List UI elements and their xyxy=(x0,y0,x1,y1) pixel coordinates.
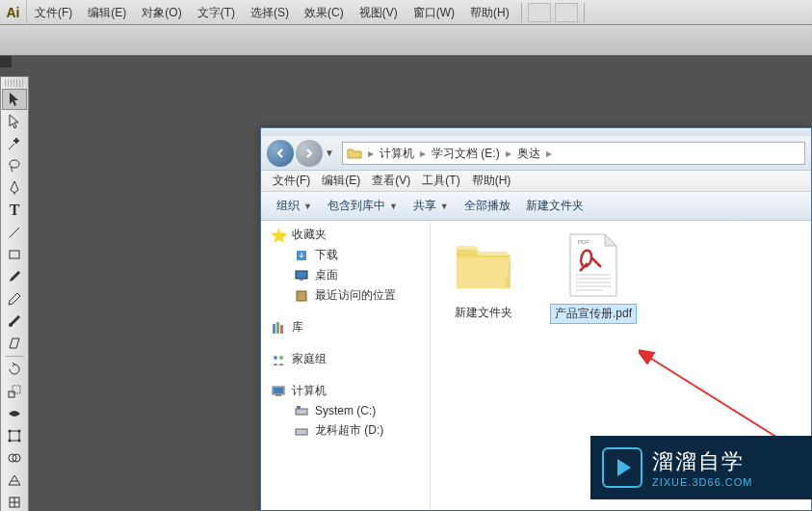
sidebar-favorites-header[interactable]: ⭐ 收藏夹 xyxy=(261,225,430,245)
nav-back-button[interactable] xyxy=(267,140,294,167)
svg-point-10 xyxy=(18,440,21,443)
rectangle-tool[interactable] xyxy=(2,244,27,265)
explorer-titlebar[interactable] xyxy=(261,128,811,136)
toolbox-grip[interactable] xyxy=(5,79,24,87)
rotate-tool[interactable] xyxy=(2,359,27,380)
ai-essentials-icon[interactable] xyxy=(528,3,551,22)
pen-tool[interactable] xyxy=(2,177,27,199)
exp-menu-edit[interactable]: 编辑(E) xyxy=(316,173,366,189)
ai-menu-window[interactable]: 窗口(W) xyxy=(406,0,462,25)
watermark-logo-icon xyxy=(602,447,642,488)
pencil-tool[interactable] xyxy=(2,288,27,309)
exp-menu-file[interactable]: 文件(F) xyxy=(267,173,316,189)
folder-icon xyxy=(345,144,364,163)
breadcrumb-drive[interactable]: 学习文档 (E:) xyxy=(428,143,504,164)
pdf-large-icon: PDF xyxy=(559,230,628,300)
selection-tool[interactable] xyxy=(2,89,27,110)
lasso-tool[interactable] xyxy=(2,155,27,176)
sidebar-drive-d[interactable]: 龙科超市 (D:) xyxy=(261,420,430,441)
tb-newfolder[interactable]: 新建文件夹 xyxy=(518,198,591,214)
svg-text:PDF: PDF xyxy=(578,239,589,245)
explorer-toolbar: 组织▼ 包含到库中▼ 共享▼ 全部播放 新建文件夹 xyxy=(261,192,811,221)
svg-rect-27 xyxy=(274,388,283,393)
svg-point-25 xyxy=(279,356,283,360)
ai-arrange-icon[interactable] xyxy=(555,3,578,22)
sidebar-desktop[interactable]: 桌面 xyxy=(261,265,430,285)
explorer-navbar: ▼ ▸ 计算机 ▸ 学习文档 (E:) ▸ 奥达 ▸ xyxy=(261,136,811,171)
address-bar[interactable]: ▸ 计算机 ▸ 学习文档 (E:) ▸ 奥达 ▸ xyxy=(342,142,805,165)
sidebar-drive-c[interactable]: System (C:) xyxy=(261,401,430,420)
tb-share[interactable]: 共享▼ xyxy=(406,198,457,214)
type-tool[interactable]: T xyxy=(2,200,27,221)
ai-menu-view[interactable]: 视图(V) xyxy=(352,0,406,25)
sidebar-item-label: 最近访问的位置 xyxy=(315,287,396,304)
file-label: 产品宣传册.pdf xyxy=(550,304,637,324)
eraser-tool[interactable] xyxy=(2,333,27,354)
ai-menu-select[interactable]: 选择(S) xyxy=(243,0,297,25)
sidebar-downloads[interactable]: 下载 xyxy=(261,245,430,265)
svg-point-8 xyxy=(18,430,21,433)
blob-brush-tool[interactable] xyxy=(2,310,27,332)
breadcrumb-separator: ▸ xyxy=(544,147,554,160)
svg-point-7 xyxy=(9,430,12,433)
paintbrush-tool[interactable] xyxy=(2,266,27,287)
ai-control-bar xyxy=(0,25,812,56)
watermark-badge: 溜溜自学 ZIXUE.3D66.COM xyxy=(590,436,812,499)
shape-builder-tool[interactable] xyxy=(2,447,27,469)
svg-rect-5 xyxy=(13,386,20,393)
separator xyxy=(521,3,522,22)
ai-menu-object[interactable]: 对象(O) xyxy=(134,0,189,25)
desktop-icon xyxy=(294,268,309,283)
file-label: 新建文件夹 xyxy=(451,304,516,322)
perspective-tool[interactable] xyxy=(2,470,27,491)
svg-rect-21 xyxy=(273,324,275,334)
scale-tool[interactable] xyxy=(2,381,27,402)
free-transform-tool[interactable] xyxy=(2,425,27,446)
svg-rect-6 xyxy=(10,431,19,441)
sidebar-libraries-header[interactable]: 库 xyxy=(261,317,430,337)
folder-large-icon xyxy=(449,230,518,300)
width-tool[interactable] xyxy=(2,403,27,424)
nav-history-dropdown[interactable]: ▼ xyxy=(325,148,338,158)
direct-selection-tool[interactable] xyxy=(2,111,27,132)
sidebar-homegroup-header[interactable]: 家庭组 xyxy=(261,349,430,369)
svg-rect-18 xyxy=(296,271,307,279)
svg-rect-19 xyxy=(300,279,303,281)
ai-panel-grip[interactable] xyxy=(0,56,12,67)
magic-wand-tool[interactable] xyxy=(2,133,27,154)
exp-menu-help[interactable]: 帮助(H) xyxy=(466,173,517,189)
breadcrumb-computer[interactable]: 计算机 xyxy=(376,143,418,164)
svg-line-1 xyxy=(10,228,19,237)
breadcrumb-separator: ▸ xyxy=(366,147,376,160)
computer-icon xyxy=(271,384,286,399)
sidebar-recent[interactable]: 最近访问的位置 xyxy=(261,285,430,306)
exp-menu-tools[interactable]: 工具(T) xyxy=(416,173,465,189)
sidebar-item-label: System (C:) xyxy=(315,404,376,417)
breadcrumb-separator: ▸ xyxy=(418,147,428,160)
sidebar-favorites-label: 收藏夹 xyxy=(292,227,327,243)
mesh-tool[interactable] xyxy=(2,492,27,511)
svg-rect-20 xyxy=(297,291,306,301)
tb-include[interactable]: 包含到库中▼ xyxy=(320,198,406,214)
ai-menu-edit[interactable]: 编辑(E) xyxy=(80,0,134,25)
ai-menu-file[interactable]: 文件(F) xyxy=(27,0,80,25)
breadcrumb-folder[interactable]: 奥达 xyxy=(513,143,544,164)
explorer-sidebar: ⭐ 收藏夹 下载 桌面 最近访问的位置 xyxy=(261,221,431,510)
ai-menu-type[interactable]: 文字(T) xyxy=(190,0,243,25)
sidebar-computer: 计算机 System (C:) 龙科超市 (D:) xyxy=(261,381,430,441)
ai-menu-effect[interactable]: 效果(C) xyxy=(297,0,352,25)
sidebar-libraries: 库 xyxy=(261,317,430,337)
file-item-pdf[interactable]: PDF 产品宣传册.pdf xyxy=(550,230,637,324)
ai-menubar: Ai 文件(F) 编辑(E) 对象(O) 文字(T) 选择(S) 效果(C) 视… xyxy=(0,0,812,25)
sidebar-computer-header[interactable]: 计算机 xyxy=(261,381,430,401)
nav-forward-button[interactable] xyxy=(296,140,323,167)
tb-organize[interactable]: 组织▼ xyxy=(269,198,320,214)
library-icon xyxy=(271,320,286,336)
svg-rect-30 xyxy=(297,406,301,409)
ai-menu-help[interactable]: 帮助(H) xyxy=(462,0,517,25)
line-tool[interactable] xyxy=(2,222,27,243)
svg-rect-2 xyxy=(10,251,19,258)
tb-playall[interactable]: 全部播放 xyxy=(457,198,518,214)
exp-menu-view[interactable]: 查看(V) xyxy=(366,173,416,189)
file-item-folder[interactable]: 新建文件夹 xyxy=(440,230,527,322)
